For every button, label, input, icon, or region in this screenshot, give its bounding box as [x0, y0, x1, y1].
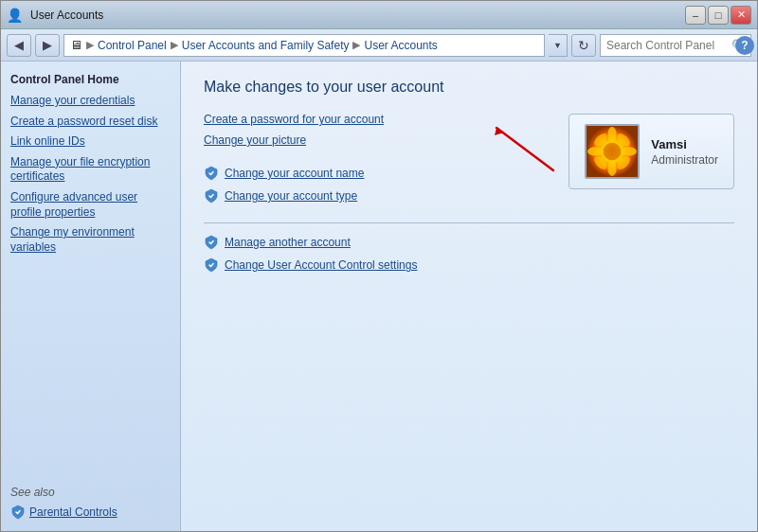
content-area: Make changes to your user account: [181, 62, 757, 531]
divider: [204, 222, 734, 223]
sidebar-item-parental-controls[interactable]: Parental Controls: [10, 505, 171, 520]
path-segment-1[interactable]: Control Panel: [98, 39, 167, 52]
avatar: [585, 124, 640, 179]
sidebar-item-link-online-ids[interactable]: Link online IDs: [10, 134, 171, 150]
svg-point-2: [608, 127, 617, 143]
shield-icon-change-type: [204, 188, 219, 204]
user-info: Vamsi Administrator: [651, 137, 718, 167]
sidebar-item-env-variables[interactable]: Change my environment variables: [10, 225, 171, 255]
close-button[interactable]: ✕: [731, 6, 751, 25]
see-also-section: See also Parental Controls: [10, 486, 171, 520]
path-dropdown-button[interactable]: ▼: [549, 34, 568, 57]
user-role: Administrator: [651, 153, 718, 167]
create-password-link[interactable]: Create a password for your account: [204, 113, 384, 126]
sidebar-item-advanced-user-props[interactable]: Configure advanced user profile properti…: [10, 190, 171, 220]
action-item-uac-settings: Change User Account Control settings: [204, 257, 734, 273]
refresh-button[interactable]: ↻: [571, 34, 596, 57]
change-picture-link[interactable]: Change your picture: [204, 133, 306, 147]
shield-icon-change-name: [204, 166, 219, 181]
manage-another-link[interactable]: Manage another account: [225, 236, 351, 249]
search-wrapper: 🔍: [600, 34, 751, 57]
sidebar: Control Panel Home Manage your credentia…: [1, 62, 181, 531]
change-name-link[interactable]: Change your account name: [225, 167, 364, 180]
svg-point-5: [622, 147, 638, 155]
address-path: 🖥 ▶ Control Panel ▶ User Accounts and Fa…: [63, 34, 545, 57]
user-name: Vamsi: [651, 137, 718, 151]
address-bar: ◀ ▶ 🖥 ▶ Control Panel ▶ User Accounts an…: [1, 29, 757, 62]
svg-point-3: [608, 160, 617, 176]
svg-point-1: [604, 143, 622, 161]
change-type-link[interactable]: Change your account type: [225, 189, 357, 203]
path-segment-3[interactable]: User Accounts: [364, 39, 437, 52]
sidebar-item-create-reset-disk[interactable]: Create a password reset disk: [10, 115, 171, 130]
shield-icon-manage-another: [204, 235, 219, 250]
search-input[interactable]: [600, 34, 751, 57]
svg-point-4: [587, 147, 604, 155]
minimize-button[interactable]: –: [685, 6, 706, 25]
title-bar: 👤 User Accounts – □ ✕: [1, 1, 757, 29]
maximize-button[interactable]: □: [708, 6, 729, 25]
avatar-image: [587, 126, 638, 177]
path-sep-3: ▶: [352, 39, 360, 51]
secondary-actions: Manage another account Change User Accou…: [204, 235, 734, 273]
avatar-svg: [587, 124, 638, 179]
sidebar-home-link[interactable]: Control Panel Home: [10, 73, 171, 86]
user-card: Vamsi Administrator: [568, 114, 734, 189]
back-button[interactable]: ◀: [7, 34, 31, 57]
title-bar-buttons: – □ ✕: [685, 6, 751, 25]
path-sep-1: ▶: [86, 39, 94, 51]
action-item-manage-another: Manage another account: [204, 235, 734, 250]
path-root-icon: 🖥: [70, 38, 82, 52]
page-title: Make changes to your user account: [204, 79, 734, 96]
main-window: 👤 User Accounts – □ ✕ ◀ ▶ 🖥 ▶ Control Pa…: [0, 0, 758, 532]
action-item-change-type: Change your account type: [204, 188, 734, 204]
title-bar-left: 👤 User Accounts: [7, 8, 103, 23]
path-sep-2: ▶: [171, 39, 178, 51]
path-segment-2[interactable]: User Accounts and Family Safety: [182, 39, 350, 52]
sidebar-item-manage-credentials[interactable]: Manage your credentials: [10, 94, 171, 109]
sidebar-item-file-encryption[interactable]: Manage your file encryption certificates: [10, 155, 171, 185]
see-also-title: See also: [10, 486, 171, 499]
forward-button[interactable]: ▶: [35, 34, 60, 57]
parental-controls-label: Parental Controls: [29, 505, 117, 519]
window-title: User Accounts: [30, 9, 103, 22]
shield-icon: [10, 505, 26, 520]
main-area: Control Panel Home Manage your credentia…: [1, 62, 757, 531]
uac-settings-link[interactable]: Change User Account Control settings: [225, 258, 417, 272]
shield-icon-uac: [204, 257, 219, 273]
